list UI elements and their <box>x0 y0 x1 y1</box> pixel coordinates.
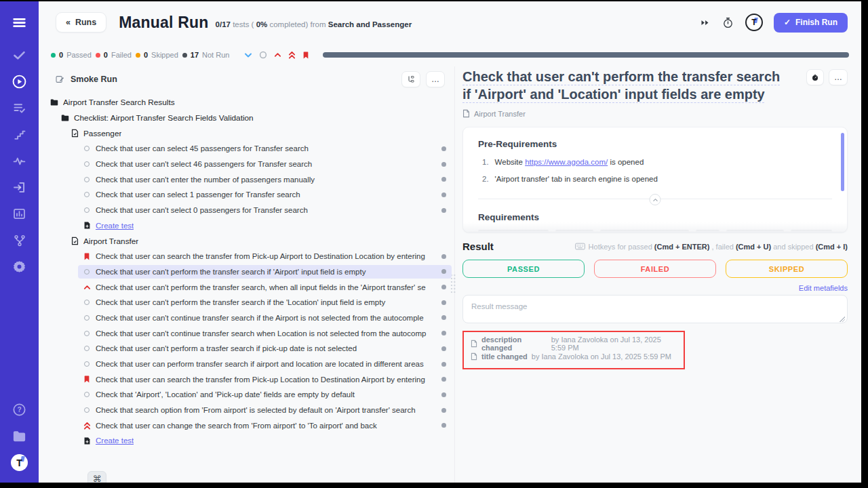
tree-row-content[interactable]: Check that user can select 1 passenger f… <box>78 188 452 201</box>
tree-row-content[interactable]: Airport Transfer <box>66 235 452 248</box>
timer-stopwatch-icon[interactable] <box>722 16 734 29</box>
sidebar-item-menu[interactable] <box>0 7 39 38</box>
sidebar-item-reports[interactable] <box>0 201 39 227</box>
tree-row-content[interactable]: Check that user can't enter the number o… <box>78 173 452 186</box>
double-caret-up-icon <box>83 422 91 430</box>
tree-row-content[interactable]: Airport Transfer Search Results <box>45 96 452 109</box>
status-count-passed: 0Passed <box>51 51 92 59</box>
tree-row-content[interactable]: Check that user can change the search fr… <box>78 419 452 432</box>
test-result-dot[interactable] <box>441 146 446 151</box>
circle-icon <box>83 392 91 397</box>
tree-item-label: Passenger <box>83 129 121 138</box>
sidebar-item-help[interactable]: ? <box>0 396 39 423</box>
filter-bookmark-icon[interactable] <box>302 51 309 60</box>
tree-row-content[interactable]: Passenger <box>66 127 452 140</box>
test-tree-row: Check that user can't perform the transf… <box>39 295 452 310</box>
test-result-dot[interactable] <box>441 300 446 305</box>
time-report-button[interactable] <box>806 69 824 85</box>
sidebar-item-profile[interactable]: T <box>0 449 39 476</box>
sidebar-item-import[interactable] <box>0 174 39 201</box>
tree-row-content[interactable]: Check that user can't perform the transf… <box>78 265 452 279</box>
agoda-link[interactable]: https://www.agoda.com/ <box>525 158 608 166</box>
tree-row-content[interactable]: Check that 'Airport', 'Location' and 'Pi… <box>78 388 452 401</box>
description-section-divider <box>478 194 832 203</box>
test-result-dot[interactable] <box>441 362 446 367</box>
history-doc-icon <box>471 352 477 361</box>
verdict-button-skipped[interactable]: SKIPPED <box>726 260 848 278</box>
tree-row-content[interactable]: Check that user can perform transfer sea… <box>78 357 452 371</box>
description-scrollbar[interactable] <box>841 133 844 191</box>
menu-icon <box>11 14 28 31</box>
back-to-runs-button[interactable]: « Runs <box>56 12 106 33</box>
tree-item-label: Check that user can't continue transfer … <box>96 314 431 322</box>
filter-caret-up-icon[interactable] <box>274 52 281 58</box>
filter-chevron-down-icon[interactable] <box>244 52 252 58</box>
sidebar-item-branches[interactable] <box>0 227 39 253</box>
tree-item-label: Check that user can't select 46 passenge… <box>96 160 431 168</box>
test-result-dot[interactable] <box>441 208 446 213</box>
test-result-dot[interactable] <box>441 331 446 336</box>
edit-metafields-link[interactable]: Edit metafields <box>799 284 848 292</box>
status-count-skipped: 0Skipped <box>136 51 178 59</box>
finish-run-button[interactable]: ✓ Finish Run <box>774 13 848 33</box>
circle-icon <box>83 161 91 167</box>
tree-row-content[interactable]: Check that user can't perform a trasfer … <box>78 342 452 355</box>
tree-row-content[interactable]: Check that user can search the transfer … <box>78 249 452 263</box>
test-status-circle <box>84 300 90 305</box>
test-title[interactable]: Check that user can't perform the transf… <box>462 69 780 102</box>
test-result-dot[interactable] <box>441 408 446 413</box>
tree-row-content[interactable]: Checklist: Airport Transfer Search Field… <box>56 111 452 125</box>
sidebar-item-settings[interactable] <box>0 253 39 280</box>
sidebar-item-projects[interactable] <box>0 423 39 449</box>
command-palette-button[interactable]: ⌘ <box>87 471 106 483</box>
tree-row-content[interactable]: Check that user can't select 46 passenge… <box>78 157 452 171</box>
filter-double-caret-up-icon[interactable] <box>288 51 296 59</box>
tree-row-content[interactable]: Check that user can't continue transfer … <box>78 311 452 325</box>
test-result-dot[interactable] <box>441 377 446 382</box>
verdict-button-passed[interactable]: PASSED <box>462 260 585 278</box>
test-status-circle <box>84 315 90 321</box>
workspace-avatar[interactable]: T <box>745 14 763 31</box>
tree-row-content[interactable]: Create test <box>78 434 452 447</box>
tree-row-content[interactable]: Check that user can't continue transfer … <box>78 327 452 340</box>
test-result-dot[interactable] <box>441 285 446 289</box>
tree-row-content[interactable]: Check that user can search the transfer … <box>78 373 452 386</box>
tree-view-button[interactable] <box>401 71 420 87</box>
tree-row-content[interactable]: Check that user can select 45 passengers… <box>78 142 452 155</box>
tree-row-content[interactable]: Check that user can't perform the transf… <box>78 296 452 309</box>
test-result-dot[interactable] <box>441 162 446 167</box>
test-result-dot[interactable] <box>441 269 446 274</box>
sidebar-item-checks[interactable] <box>0 42 39 68</box>
create-test-link[interactable]: Create test <box>96 436 134 445</box>
test-status-circle <box>84 407 90 413</box>
test-result-dot[interactable] <box>441 315 446 320</box>
tree-row-content[interactable]: Check that user can't select 0 passenger… <box>78 203 452 217</box>
sidebar-item-steps[interactable] <box>0 121 39 148</box>
sidebar-item-test-plans[interactable] <box>0 95 39 121</box>
tree-item-label: Check that user can't perform the transf… <box>96 298 431 306</box>
test-result-dot[interactable] <box>441 177 446 182</box>
textarea-resize-handle[interactable] <box>840 317 845 322</box>
test-result-dot[interactable] <box>441 192 446 197</box>
test-result-dot[interactable] <box>441 346 446 351</box>
test-result-dot[interactable] <box>441 392 446 397</box>
fast-forward-icon[interactable] <box>699 18 711 28</box>
sidebar-item-activity[interactable] <box>0 148 39 174</box>
test-result-dot[interactable] <box>441 423 446 428</box>
tree-more-button[interactable]: … <box>426 71 445 87</box>
tree-item-label: Check that user can search the transfer … <box>96 252 431 260</box>
tree-row-content[interactable]: Check that search option from 'From airp… <box>78 403 452 417</box>
tree-item-label: Check that user can't continue transfer … <box>96 329 431 338</box>
breadcrumb[interactable]: Airport Transfer <box>462 109 848 118</box>
result-message-input[interactable] <box>462 295 848 323</box>
create-test-link[interactable]: Create test <box>96 222 134 230</box>
test-result-dot[interactable] <box>441 254 446 259</box>
tree-row-content[interactable]: Check that user can't perform the transf… <box>78 281 452 294</box>
sidebar-item-run-play[interactable] <box>0 68 39 95</box>
verdict-button-failed[interactable]: FAILED <box>594 260 716 278</box>
filter-circle-outline-icon[interactable] <box>259 51 267 59</box>
collapse-toggle-button[interactable] <box>650 194 661 205</box>
circle-icon <box>83 192 91 197</box>
tree-row-content[interactable]: Create test <box>78 219 452 232</box>
test-more-button[interactable]: … <box>829 69 848 85</box>
